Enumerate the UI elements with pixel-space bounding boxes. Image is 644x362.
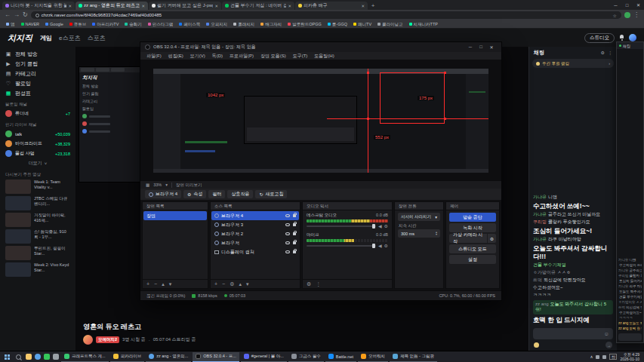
popout-chat-header[interactable]: 채팅 <box>617 42 643 49</box>
obs-preview[interactable]: 1042 px 175 px 552 px <box>140 60 501 180</box>
mute-speaker-icon[interactable]: ◀ <box>378 244 382 248</box>
lock-icon[interactable] <box>293 214 296 217</box>
interact-button[interactable]: 상호작용 <box>227 190 253 198</box>
taskbar-app[interactable]: 피카라이브 <box>110 352 145 362</box>
taskbar-search[interactable] <box>13 352 24 362</box>
profile-avatar[interactable] <box>624 12 630 18</box>
tray-volume-icon[interactable] <box>602 355 606 359</box>
streamer-avatar[interactable] <box>83 335 93 345</box>
sidebar-item-category[interactable]: ▤카테고리 <box>5 69 70 78</box>
obs-close-icon[interactable]: ✕ <box>486 44 497 50</box>
close-icon[interactable]: ✕ <box>633 0 644 10</box>
vcam-gear-icon[interactable]: ⚙ <box>487 234 496 243</box>
replay-item[interactable]: JTBC 스베임 다큐멘터리... <box>5 196 70 210</box>
bookmark[interactable]: 앱 <box>6 22 15 27</box>
remove-scene-icon[interactable]: − <box>154 281 157 287</box>
bookmark[interactable]: 배그자치 <box>260 22 282 27</box>
visibility-icon[interactable] <box>285 223 290 226</box>
source-item[interactable]: 디스플레이 캡처 <box>211 247 299 256</box>
taskbar-app[interactable]: 제목 없음 - 그림판 <box>390 352 437 362</box>
notification-bell-icon[interactable] <box>619 35 624 41</box>
obs-maximize-icon[interactable]: □ <box>476 44 486 50</box>
back-icon[interactable]: ← <box>5 12 11 18</box>
bookmark[interactable]: 오피지지 <box>206 22 227 27</box>
bookmark[interactable]: 홀래치지 <box>233 22 254 27</box>
preview-zoom-level[interactable]: 33% <box>153 183 162 187</box>
maximize-icon[interactable]: □ <box>621 0 633 10</box>
minimize-icon[interactable]: ─ <box>610 0 621 10</box>
chat-settings-icon[interactable]: ⚙ <box>601 50 605 55</box>
nav-esports[interactable]: e스포츠 <box>59 34 80 42</box>
pinned-app-icon[interactable] <box>53 354 59 360</box>
pinned-chrome-icon[interactable] <box>35 354 41 360</box>
volume-slider[interactable] <box>307 245 376 247</box>
add-scene-icon[interactable]: + <box>146 281 149 287</box>
site-info-icon[interactable] <box>35 14 39 17</box>
sidebar-item-schedule[interactable]: ▦편성표 <box>5 88 70 98</box>
sidebar-item-following[interactable]: ♡팔로잉 <box>5 78 70 88</box>
taskbar-app[interactable]: zz ang - 영혼의... <box>146 352 191 362</box>
emoji-icon[interactable]: ☺ <box>604 331 609 336</box>
taskbar-clock[interactable]: 오전 4:29 2026-01-10 <box>620 352 639 362</box>
pinned-explorer-icon[interactable] <box>26 354 32 360</box>
replay-item[interactable]: 거짓말이 하이락, 416제... <box>5 213 70 227</box>
refresh-button[interactable]: ↻새로고침 <box>255 190 287 198</box>
start-button[interactable] <box>2 352 13 362</box>
grid-icon[interactable]: ▦ <box>146 183 149 187</box>
transition-select[interactable]: 서서히 사라지기▾ <box>398 213 440 221</box>
menu-scene-collection[interactable]: 장면 모음(S) <box>260 53 286 60</box>
spin-down-icon[interactable]: ▾ <box>436 234 437 235</box>
taskbar-app[interactable]: 크래프트복스 게... <box>61 352 109 362</box>
bookmark[interactable]: 페이스북 <box>179 22 200 27</box>
replay-item[interactable]: Week 2: Vivo Keyd Star... <box>5 262 70 277</box>
source-item[interactable]: 브라우저 3 <box>211 220 299 229</box>
user-avatar[interactable] <box>629 34 636 41</box>
address-input[interactable]: chzzk.naver.com/live/6f408c968337d4cdac7… <box>31 11 621 19</box>
taskbar-app[interactable]: Battle.net <box>325 352 356 362</box>
tab-close-icon[interactable]: ✕ <box>68 4 72 8</box>
source-properties-icon[interactable]: ⚙ <box>230 281 234 287</box>
popout-chat-input[interactable] <box>618 333 642 341</box>
donation-coin-icon[interactable] <box>534 342 539 348</box>
bookmark-star-icon[interactable]: ☆ <box>613 13 617 18</box>
replay-item[interactable]: Week 1: Team Vitality v... <box>5 179 70 194</box>
mixer-menu-icon[interactable]: ⋮ <box>316 281 321 287</box>
sidebar-item-live[interactable]: ▣전체 방송 <box>5 49 70 59</box>
taskbar-app[interactable]: #general | 물 아... <box>241 352 287 362</box>
move-up-icon[interactable]: ▴ <box>239 281 242 287</box>
tab-close-icon[interactable]: ✕ <box>141 4 145 8</box>
new-tab-button[interactable]: + <box>368 2 377 10</box>
tray-expand-icon[interactable]: ∧ <box>590 354 593 359</box>
taskbar-app[interactable]: 오버워치 <box>358 352 388 362</box>
lock-icon[interactable] <box>293 232 296 235</box>
volume-slider[interactable] <box>307 225 376 227</box>
menu-file[interactable]: 파일(F) <box>146 53 162 60</box>
mute-speaker-icon[interactable]: ◀ <box>378 224 382 229</box>
bookmark[interactable]: 아프리카TV <box>92 22 119 27</box>
taskbar-app[interactable]: 그급스 필수 <box>288 352 324 362</box>
bookmark[interactable]: 인스타그램 <box>148 22 174 27</box>
bookmark[interactable]: Google <box>45 22 63 26</box>
menu-tools[interactable]: 도구(T) <box>293 53 308 60</box>
mixer-gear-icon[interactable]: ⚙ <box>307 281 311 287</box>
channel-gear-icon[interactable]: ⚙ <box>384 224 388 229</box>
menu-help[interactable]: 도움말(H) <box>314 53 334 60</box>
taskbar-app-active[interactable]: OBS 32.0.4 - 프... <box>193 352 239 362</box>
visibility-icon[interactable] <box>285 250 290 253</box>
browser-menu-icon[interactable]: ⋮ <box>633 12 639 18</box>
bookmark[interactable]: 롱-GGQ <box>328 22 347 27</box>
stop-streaming-button[interactable]: 방송 중단 <box>449 213 496 222</box>
tab-close-icon[interactable]: ✕ <box>288 4 291 8</box>
lock-icon[interactable] <box>293 223 296 226</box>
reload-icon[interactable]: ↻ <box>23 12 28 18</box>
menu-view[interactable]: 보기(V) <box>190 53 205 60</box>
browser-tab-active[interactable]: zz ang - 영혼의 듀오 레츠고✕ <box>75 2 148 10</box>
visibility-icon[interactable] <box>285 214 290 217</box>
duration-spinner[interactable]: 300 ms▴▾ <box>398 229 440 238</box>
bookmark[interactable]: NAVER <box>21 22 40 26</box>
nav-game[interactable]: 게임 <box>40 34 52 42</box>
show-more-button[interactable]: 더보기˅ <box>5 158 70 168</box>
tab-close-icon[interactable]: ✕ <box>214 4 218 8</box>
dropdown-icon[interactable]: ▾ <box>165 183 168 187</box>
menu-docks[interactable]: 독(D) <box>212 53 223 60</box>
